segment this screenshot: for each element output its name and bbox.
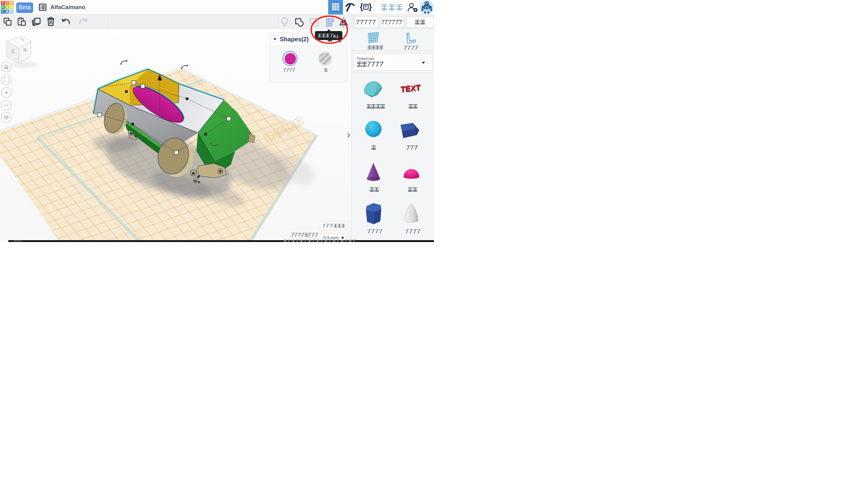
svg-text:❯: ❯ (347, 132, 350, 138)
